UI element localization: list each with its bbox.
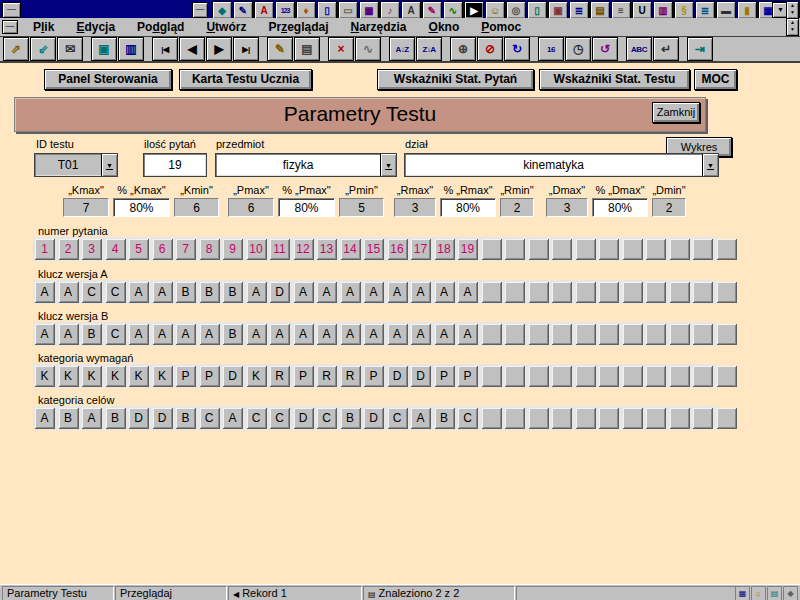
kategoria-wymagan-cell-5[interactable]: K xyxy=(129,366,149,387)
exit-door-icon[interactable]: ▯ xyxy=(527,1,547,19)
id-testu-dropdown-icon[interactable]: ▼ xyxy=(101,154,117,176)
enter-icon[interactable]: ↵ xyxy=(653,37,679,61)
klucz-wersja-a-cell-11[interactable]: D xyxy=(270,282,290,303)
klucz-wersja-a-cell-16[interactable]: A xyxy=(388,282,408,303)
param-max-value[interactable]: 7 xyxy=(63,198,109,217)
status-sun-icon[interactable]: ☼ xyxy=(751,586,766,600)
kategoria-celow-cell-8[interactable]: C xyxy=(200,408,220,429)
kategoria-wymagan-cell-17[interactable]: D xyxy=(411,366,431,387)
przedmiot-dropdown-icon[interactable]: ▼ xyxy=(380,154,396,176)
delete-record-icon[interactable]: ⊘ xyxy=(477,37,503,61)
kategoria-celow-cell-16[interactable]: C xyxy=(388,408,408,429)
numer-pytania-cell-13[interactable]: 13 xyxy=(317,239,337,260)
menu-narzdzia[interactable]: Narzędzia xyxy=(340,18,418,36)
klucz-wersja-a-cell-18[interactable]: A xyxy=(435,282,455,303)
klucz-wersja-b-cell-16[interactable]: A xyxy=(388,324,408,345)
last-record-icon[interactable]: ▶| xyxy=(233,37,259,61)
sort-za-icon[interactable]: Z↓A xyxy=(416,37,442,61)
dzial-combobox[interactable]: kinematyka ▼ xyxy=(404,153,719,177)
numer-pytania-cell-11[interactable]: 11 xyxy=(270,239,290,260)
id-testu-combobox[interactable]: T01 ▼ xyxy=(34,153,118,177)
param-min-value[interactable]: 2 xyxy=(500,198,534,217)
numer-pytania-cell-5[interactable]: 5 xyxy=(129,239,149,260)
document-menu-icon[interactable]: — xyxy=(2,20,18,34)
dzial-dropdown-icon[interactable]: ▼ xyxy=(702,154,718,176)
kategoria-celow-cell-1[interactable]: A xyxy=(35,408,55,429)
klucz-wersja-b-cell-10[interactable]: A xyxy=(247,324,267,345)
kategoria-wymagan-cell-18[interactable]: P xyxy=(435,366,455,387)
menu-okno[interactable]: Okno xyxy=(418,18,471,36)
kategoria-celow-cell-18[interactable]: B xyxy=(435,408,455,429)
klucz-wersja-a-cell-19[interactable]: A xyxy=(458,282,478,303)
param-max-value[interactable]: 3 xyxy=(546,198,588,217)
kategoria-wymagan-cell-2[interactable]: K xyxy=(59,366,79,387)
kategoria-celow-cell-15[interactable]: D xyxy=(364,408,384,429)
next-record-icon[interactable]: ▶ xyxy=(206,37,232,61)
numer-pytania-cell-7[interactable]: 7 xyxy=(176,239,196,260)
klucz-wersja-a-cell-9[interactable]: B xyxy=(223,282,243,303)
numer-pytania-cell-4[interactable]: 4 xyxy=(106,239,126,260)
klucz-wersja-a-cell-12[interactable]: A xyxy=(294,282,314,303)
numer-pytania-cell-2[interactable]: 2 xyxy=(59,239,79,260)
nav-button-4[interactable]: MOC xyxy=(694,69,737,90)
klucz-wersja-b-cell-1[interactable]: A xyxy=(35,324,55,345)
kategoria-wymagan-cell-6[interactable]: K xyxy=(153,366,173,387)
network-icon[interactable]: ≣ xyxy=(695,1,715,19)
numer-pytania-cell-12[interactable]: 12 xyxy=(294,239,314,260)
kategoria-wymagan-cell-9[interactable]: D xyxy=(223,366,243,387)
kategoria-celow-cell-12[interactable]: D xyxy=(294,408,314,429)
param-min-value[interactable]: 6 xyxy=(174,198,219,217)
kategoria-celow-cell-14[interactable]: B xyxy=(341,408,361,429)
kategoria-wymagan-cell-12[interactable]: P xyxy=(294,366,314,387)
param-max-value[interactable]: 6 xyxy=(228,198,274,217)
klucz-wersja-a-cell-15[interactable]: A xyxy=(364,282,384,303)
kategoria-celow-cell-4[interactable]: B xyxy=(106,408,126,429)
klucz-wersja-b-cell-15[interactable]: A xyxy=(364,324,384,345)
klucz-wersja-b-cell-3[interactable]: B xyxy=(82,324,102,345)
fax-machine-icon[interactable]: ▭ xyxy=(338,1,358,19)
kategoria-wymagan-cell-13[interactable]: R xyxy=(317,366,337,387)
status-diamond-icon[interactable]: ◆ xyxy=(783,586,798,600)
scroll-spinner-icon[interactable]: ▲▼ xyxy=(786,1,799,19)
param-pct-value[interactable]: 80% xyxy=(113,198,170,217)
przedmiot-combobox[interactable]: fizyka ▼ xyxy=(215,153,397,177)
numer-pytania-cell-10[interactable]: 10 xyxy=(247,239,267,260)
requery-icon[interactable]: ↻ xyxy=(504,37,530,61)
nav-button-1[interactable]: Karta Testu Ucznia xyxy=(179,69,312,90)
klucz-wersja-b-cell-13[interactable]: A xyxy=(317,324,337,345)
kategoria-wymagan-cell-14[interactable]: R xyxy=(341,366,361,387)
klucz-wersja-b-cell-8[interactable]: A xyxy=(200,324,220,345)
numer-pytania-cell-18[interactable]: 18 xyxy=(435,239,455,260)
klucz-wersja-a-cell-10[interactable]: A xyxy=(247,282,267,303)
menu-przegldaj[interactable]: Przeglądaj xyxy=(257,18,339,36)
monitor-icon[interactable]: ▣ xyxy=(548,1,568,19)
kategoria-wymagan-cell-4[interactable]: K xyxy=(106,366,126,387)
param-pct-value[interactable]: 80% xyxy=(592,198,648,217)
kategoria-celow-cell-7[interactable]: B xyxy=(176,408,196,429)
close-button[interactable]: Zamknij xyxy=(652,102,700,123)
klucz-wersja-a-cell-6[interactable]: A xyxy=(153,282,173,303)
kategoria-celow-cell-17[interactable]: A xyxy=(411,408,431,429)
klucz-wersja-a-cell-17[interactable]: A xyxy=(411,282,431,303)
kategoria-celow-cell-11[interactable]: C xyxy=(270,408,290,429)
cancel-field-icon[interactable]: × xyxy=(328,37,354,61)
kategoria-wymagan-cell-10[interactable]: K xyxy=(247,366,267,387)
macro-icon[interactable]: ↺ xyxy=(592,37,618,61)
nav-button-0[interactable]: Panel Sterowania xyxy=(44,69,172,90)
prev-record-icon[interactable]: ◀ xyxy=(179,37,205,61)
klucz-wersja-a-cell-13[interactable]: A xyxy=(317,282,337,303)
mixer-icon[interactable]: ≣ xyxy=(569,1,589,19)
hook-icon[interactable]: § xyxy=(674,1,694,19)
palette-icon[interactable]: ♦ xyxy=(296,1,316,19)
klucz-wersja-b-cell-18[interactable]: A xyxy=(435,324,455,345)
print-preview-icon[interactable]: ▥ xyxy=(118,37,144,61)
drawing-pen-icon[interactable]: ✎ xyxy=(233,1,253,19)
klucz-wersja-a-cell-1[interactable]: A xyxy=(35,282,55,303)
cabinet-icon[interactable]: ▮ xyxy=(737,1,757,19)
numer-pytania-cell-3[interactable]: 3 xyxy=(82,239,102,260)
klucz-wersja-b-cell-6[interactable]: A xyxy=(153,324,173,345)
kategoria-celow-cell-9[interactable]: A xyxy=(223,408,243,429)
smiley-icon[interactable]: ☺ xyxy=(485,1,505,19)
computer-icon[interactable]: ▥ xyxy=(653,1,673,19)
klucz-wersja-a-cell-7[interactable]: B xyxy=(176,282,196,303)
